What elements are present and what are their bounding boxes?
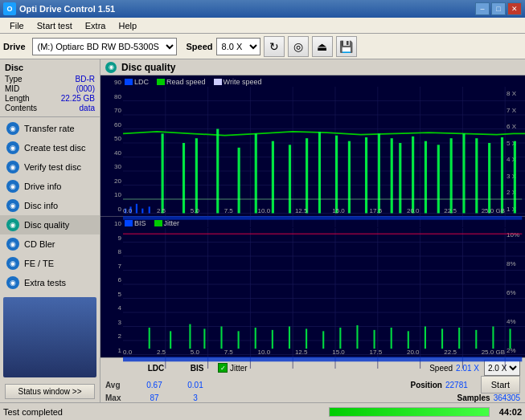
x-label-25-upper: 25.0 GB [482, 207, 505, 214]
sidebar-item-disc-info[interactable]: ◉ Disc info [0, 196, 100, 215]
y-lower-1: 1 [102, 347, 121, 354]
main-area: Disc Type BD-R MID (000) Length 22.25 GB… [0, 59, 525, 402]
sidebar-label-verify-test-disc: Verify test disc [24, 162, 81, 172]
app-title: Opti Drive Control 1.51 [19, 4, 475, 14]
x-label-22-5-lower: 22.5 [444, 349, 457, 356]
svg-rect-31 [306, 138, 308, 213]
sidebar-item-drive-info[interactable]: ◉ Drive info [0, 177, 100, 196]
sidebar-label-disc-info: Disc info [24, 201, 58, 210]
max-ldc: 87 [134, 393, 174, 402]
save-button[interactable]: 💾 [336, 36, 357, 57]
drive-select[interactable]: (M:) Optiarc BD RW BD-5300S 1.04 [32, 38, 177, 55]
samples-info: Samples 364305 [457, 393, 520, 402]
svg-rect-77 [289, 327, 290, 349]
lower-y-axis-left: 10 9 8 7 6 5 4 3 2 1 [100, 217, 123, 357]
minimize-button[interactable]: – [475, 2, 490, 15]
svg-rect-82 [374, 330, 375, 349]
progress-container [329, 407, 490, 417]
samples-row: Samples 364305 [457, 393, 520, 402]
y-lower-5: 5 [102, 291, 121, 298]
status-text: Test completed [3, 407, 324, 417]
write-speed-color-swatch [214, 79, 222, 85]
y-label-90: 90 [102, 79, 121, 86]
svg-rect-23 [162, 133, 164, 213]
disc-type-row: Type BD-R [5, 75, 95, 84]
speed-label: Speed [187, 42, 213, 51]
menu-help[interactable]: Help [112, 19, 143, 32]
svg-rect-44 [475, 138, 478, 213]
lower-x-axis: 0.0 2.5 5.0 7.5 10.0 12.5 15.0 17.5 20.0… [123, 349, 505, 356]
x-label-10-upper: 10.0 [258, 207, 271, 214]
svg-rect-76 [272, 330, 273, 349]
refresh-button[interactable]: ↻ [264, 36, 285, 57]
maximize-button[interactable]: □ [491, 2, 506, 15]
progress-bar [330, 408, 489, 416]
app-icon: O [3, 2, 16, 15]
statusbar: Test completed 44:02 [0, 402, 525, 420]
sidebar-item-transfer-rate[interactable]: ◉ Transfer rate [0, 119, 100, 138]
disc-section-title: Disc [5, 63, 95, 72]
y-lower-2: 2 [102, 332, 121, 340]
sidebar-label-extra-tests: Extra tests [24, 278, 66, 287]
menu-extra[interactable]: Extra [79, 19, 113, 32]
svg-rect-84 [408, 331, 409, 349]
svg-rect-75 [255, 328, 256, 349]
speed-select[interactable]: 8.0 X [216, 38, 260, 55]
position-label: Position [411, 381, 442, 389]
toolbar: Drive (M:) Optiarc BD RW BD-5300S 1.04 S… [0, 34, 525, 59]
sidebar-item-cd-bler[interactable]: ◉ CD Bler [0, 234, 100, 254]
disc-contents-label: Contents [5, 104, 37, 112]
eject-button[interactable]: ⏏ [312, 36, 333, 57]
sidebar-item-extra-tests[interactable]: ◉ Extra tests [0, 273, 100, 292]
transfer-rate-icon: ◉ [6, 122, 19, 135]
status-window-button[interactable]: Status window >> [5, 384, 95, 399]
svg-rect-47 [514, 141, 516, 214]
disc-info-panel: Disc Type BD-R MID (000) Length 22.25 GB… [0, 59, 100, 117]
charts-container: LDC Read speed Write speed 90 80 70 [100, 75, 525, 357]
x-label-7-5-lower: 7.5 [224, 349, 233, 356]
svg-rect-39 [412, 137, 414, 214]
close-button[interactable]: ✕ [507, 2, 522, 15]
window-controls: – □ ✕ [475, 2, 522, 15]
svg-rect-83 [391, 328, 392, 349]
sidebar-label-cd-bler: CD Bler [24, 239, 55, 249]
x-label-22-5-upper: 22.5 [444, 207, 457, 214]
menu-start-test[interactable]: Start test [31, 19, 79, 32]
svg-rect-40 [425, 141, 427, 214]
sidebar-item-verify-test-disc[interactable]: ◉ Verify test disc [0, 157, 100, 177]
sidebar-item-disc-quality[interactable]: ◉ Disc quality [0, 215, 100, 234]
sidebar-item-create-test-disc[interactable]: ◉ Create test disc [0, 138, 100, 157]
svg-rect-27 [238, 148, 240, 214]
x-label-12-5-lower: 12.5 [295, 349, 308, 356]
y-label-30: 30 [102, 163, 121, 170]
read-speed-legend: Read speed [157, 78, 206, 86]
y-lower-3: 3 [102, 319, 121, 326]
x-label-15-lower: 15.0 [332, 349, 345, 356]
svg-rect-78 [306, 328, 307, 349]
y-label-80: 80 [102, 93, 121, 100]
write-speed-legend: Write speed [214, 78, 262, 86]
menu-file[interactable]: File [3, 19, 31, 32]
x-label-12-5-upper: 12.5 [295, 207, 308, 214]
drive-info-icon: ◉ [6, 180, 19, 193]
y-label-70: 70 [102, 107, 121, 114]
sidebar-label-drive-info: Drive info [24, 181, 61, 191]
svg-rect-71 [189, 324, 191, 349]
start-button[interactable]: Start [481, 376, 520, 393]
svg-rect-36 [378, 133, 380, 213]
svg-rect-86 [441, 328, 443, 349]
x-label-0-upper: 0.0 [123, 207, 132, 214]
y-label-10: 10 [102, 191, 121, 198]
svg-rect-30 [289, 145, 291, 213]
sidebar-label-disc-quality: Disc quality [24, 220, 69, 230]
y-label-60: 60 [102, 121, 121, 128]
y-lower-4: 4 [102, 304, 121, 312]
reset-button[interactable]: ◎ [288, 36, 309, 57]
svg-rect-72 [203, 328, 205, 349]
sidebar: Disc Type BD-R MID (000) Length 22.25 GB… [0, 59, 100, 402]
position-row: Position 22781 [411, 381, 468, 389]
avg-label: Avg [105, 381, 129, 389]
disc-contents-value: data [80, 104, 95, 112]
svg-rect-85 [425, 327, 426, 349]
sidebar-item-fe-te[interactable]: ◉ FE / TE [0, 254, 100, 273]
